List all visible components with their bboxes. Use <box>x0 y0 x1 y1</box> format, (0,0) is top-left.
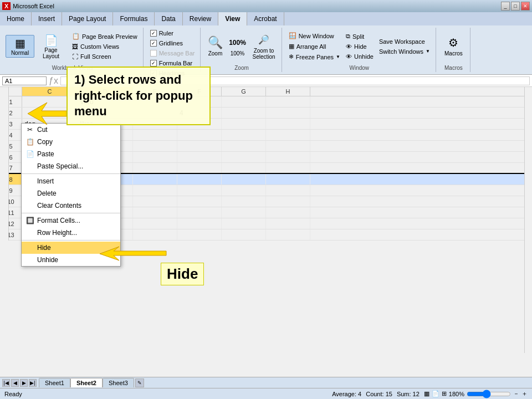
save-workspace-button[interactable]: Save Workspace <box>377 37 432 46</box>
unhide-button[interactable]: 👁 Unhide <box>344 52 376 61</box>
sheet-nav-next[interactable]: ▶ <box>20 379 28 387</box>
cell-12-f[interactable] <box>177 218 222 229</box>
cell-10-g[interactable] <box>222 196 266 207</box>
col-header-h[interactable]: H <box>266 87 310 96</box>
cell-3-g[interactable] <box>222 119 266 129</box>
sheet-tab-2[interactable]: Sheet2 <box>70 378 103 387</box>
cell-12-g[interactable] <box>222 218 266 229</box>
hide-window-button[interactable]: 👁 Hide <box>344 42 376 51</box>
cell-6-e[interactable] <box>133 152 177 162</box>
minimize-button[interactable]: _ <box>501 2 510 11</box>
view-normal-icon[interactable]: ▦ <box>424 390 429 397</box>
zoom-selection-button[interactable]: 🔎 Zoom toSelection <box>249 32 278 62</box>
ctx-copy[interactable]: 📋 Copy <box>22 136 120 148</box>
cell-10-e[interactable] <box>133 196 177 207</box>
vertical-scrollbar[interactable] <box>524 87 532 353</box>
tab-review[interactable]: Review <box>183 12 218 25</box>
cell-7-h[interactable] <box>266 163 310 173</box>
col-header-g[interactable]: G <box>222 87 266 96</box>
custom-views-button[interactable]: 🖼 Custom Views <box>70 42 140 51</box>
ctx-unhide[interactable]: Unhide <box>22 254 120 266</box>
split-button[interactable]: ⧉ Split <box>344 32 376 41</box>
cell-1-h[interactable] <box>266 96 310 107</box>
macros-button[interactable]: ⚙ Macros <box>442 34 466 58</box>
normal-view-button[interactable]: ▦ Normal <box>6 35 34 58</box>
cell-7-g[interactable] <box>222 163 266 173</box>
cell-5-g[interactable] <box>222 141 266 151</box>
cell-13-f[interactable] <box>177 229 222 240</box>
ctx-insert[interactable]: Insert <box>22 175 120 187</box>
ctx-clear-contents[interactable]: Clear Contents <box>22 200 120 212</box>
ctx-paste-special[interactable]: Paste Special... <box>22 160 120 172</box>
sheet-tab-1[interactable]: Sheet1 <box>39 378 70 387</box>
zoom-button[interactable]: 🔍 Zoom <box>205 34 225 58</box>
cell-11-h[interactable] <box>266 207 310 218</box>
view-break-icon[interactable]: ⊞ <box>442 390 447 397</box>
cell-11-e[interactable] <box>133 207 177 218</box>
ctx-hide[interactable]: Hide <box>22 242 120 254</box>
insert-sheet-button[interactable]: ✎ <box>135 378 144 387</box>
cell-5-e[interactable] <box>133 141 177 151</box>
sheet-nav-last[interactable]: ▶| <box>29 379 37 387</box>
tab-view[interactable]: View <box>218 12 247 25</box>
cell-5-f[interactable] <box>177 141 222 151</box>
ctx-cut[interactable]: ✂ Cut <box>22 124 120 136</box>
zoom-100-button[interactable]: 100% 100% <box>227 34 247 58</box>
tab-home[interactable]: Home <box>0 12 32 25</box>
cell-8-g[interactable] <box>222 174 266 185</box>
ctx-delete[interactable]: Delete <box>22 187 120 200</box>
tab-data[interactable]: Data <box>155 12 182 25</box>
cell-11-f[interactable] <box>177 207 222 218</box>
cell-4-h[interactable] <box>266 130 310 140</box>
tab-formulas[interactable]: Formulas <box>113 12 155 25</box>
message-bar-checkbox-btn[interactable]: Message Bar <box>148 49 197 58</box>
cell-2-h[interactable] <box>266 108 310 118</box>
cell-10-f[interactable] <box>177 196 222 207</box>
cell-6-h[interactable] <box>266 152 310 162</box>
cell-7-e[interactable] <box>133 163 177 173</box>
ctx-paste[interactable]: 📄 Paste <box>22 148 120 160</box>
new-window-button[interactable]: 🪟 New Window <box>287 31 342 40</box>
sheet-tab-3[interactable]: Sheet3 <box>103 378 134 387</box>
ruler-checkbox-btn[interactable]: ✓ Ruler <box>148 29 197 38</box>
zoom-plus-icon[interactable]: ＋ <box>521 390 528 398</box>
zoom-slider[interactable] <box>467 390 511 398</box>
cell-13-e[interactable] <box>133 229 177 240</box>
zoom-minus-icon[interactable]: － <box>513 390 519 398</box>
cell-4-g[interactable] <box>222 130 266 140</box>
cell-12-h[interactable] <box>266 218 310 229</box>
cell-1-g[interactable] <box>222 96 266 107</box>
cell-5-h[interactable] <box>266 141 310 151</box>
ctx-row-height[interactable]: Row Height... <box>22 227 120 239</box>
cell-13-h[interactable] <box>266 229 310 240</box>
cell-7-f[interactable] <box>177 163 222 173</box>
arrange-all-button[interactable]: ▦ Arrange All <box>287 42 342 51</box>
cell-2-g[interactable] <box>222 108 266 118</box>
gridlines-checkbox-btn[interactable]: ✓ Gridlines <box>148 39 197 48</box>
sheet-nav-first[interactable]: |◀ <box>2 379 10 387</box>
switch-windows-button[interactable]: Switch Windows ▼ <box>377 47 432 56</box>
cell-12-e[interactable] <box>133 218 177 229</box>
cell-13-g[interactable] <box>222 229 266 240</box>
maximize-button[interactable]: □ <box>511 2 520 11</box>
name-box[interactable] <box>2 76 47 85</box>
tab-insert[interactable]: Insert <box>32 12 62 25</box>
cell-11-g[interactable] <box>222 207 266 218</box>
ctx-format-cells[interactable]: 🔲 Format Cells... <box>22 214 120 227</box>
tab-page-layout[interactable]: Page Layout <box>62 12 113 25</box>
cell-9-e[interactable] <box>133 185 177 196</box>
cell-4-f[interactable] <box>177 130 222 140</box>
page-layout-button[interactable]: 📄 PageLayout <box>37 32 65 61</box>
cell-9-f[interactable] <box>177 185 222 196</box>
cell-6-f[interactable] <box>177 152 222 162</box>
cell-3-h[interactable] <box>266 119 310 129</box>
freeze-panes-button[interactable]: ❄ Freeze Panes ▼ <box>287 52 342 62</box>
cell-10-h[interactable] <box>266 196 310 207</box>
tab-acrobat[interactable]: Acrobat <box>247 12 284 25</box>
cell-4-e[interactable] <box>133 130 177 140</box>
view-layout-icon[interactable]: 📄 <box>432 390 439 397</box>
cell-9-h[interactable] <box>266 185 310 196</box>
cell-8-e[interactable] <box>133 174 177 185</box>
page-break-preview-button[interactable]: 📋 Page Break Preview <box>70 32 140 41</box>
close-button[interactable]: ✕ <box>521 2 530 11</box>
